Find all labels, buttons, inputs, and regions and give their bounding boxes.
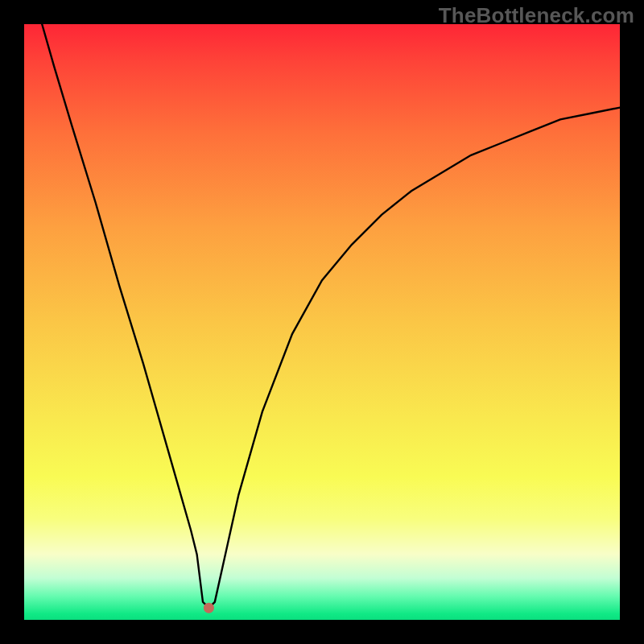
chart-frame: TheBottleneck.com	[0, 0, 644, 644]
data-curve	[42, 24, 620, 608]
plot-svg	[24, 24, 620, 620]
minimum-marker	[204, 603, 214, 613]
plot-area	[24, 24, 620, 620]
